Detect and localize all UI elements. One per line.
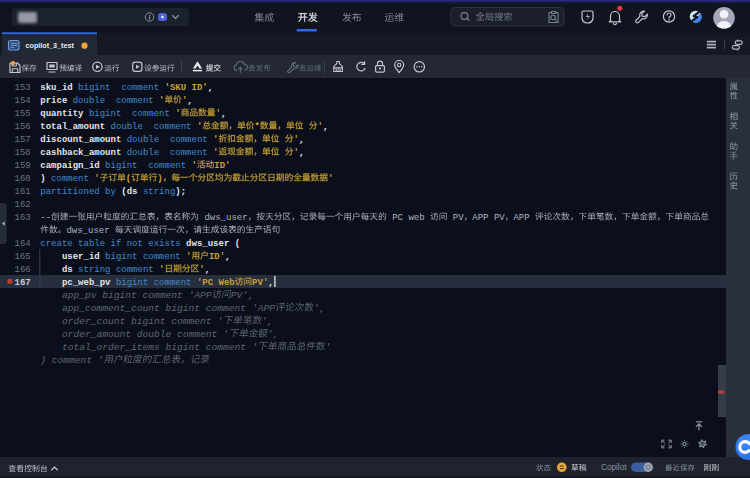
svg-text:(: ( bbox=[126, 174, 131, 184]
svg-text:double comment: double comment bbox=[127, 135, 213, 145]
svg-text:pc_web_pv: pc_web_pv bbox=[62, 278, 116, 288]
svg-text:158: 158 bbox=[15, 148, 31, 158]
svg-text:total_amount: total_amount bbox=[40, 122, 110, 132]
svg-text:dws_user: dws_user bbox=[199, 213, 248, 223]
svg-text:PC web: PC web bbox=[387, 213, 430, 223]
svg-text:dws_user: dws_user bbox=[66, 226, 115, 236]
svg-text:APP PV: APP PV bbox=[472, 213, 505, 223]
svg-text:app_comment_count bigint comme: app_comment_count bigint comment 'APP bbox=[62, 303, 275, 314]
svg-text:PV': PV' bbox=[252, 278, 268, 288]
svg-text:',: ', bbox=[262, 316, 274, 327]
svg-text:167: 167 bbox=[15, 278, 31, 288]
svg-text:': ' bbox=[197, 122, 202, 132]
svg-text:,: , bbox=[323, 122, 328, 132]
svg-text:copilot_3_test: copilot_3_test bbox=[26, 41, 75, 50]
svg-text:,: , bbox=[221, 109, 226, 119]
svg-text:': ' bbox=[175, 109, 180, 119]
svg-text:'SKU ID': 'SKU ID' bbox=[165, 83, 208, 93]
svg-text:bigint comment: bigint comment bbox=[78, 83, 164, 93]
svg-text:163: 163 bbox=[15, 213, 31, 223]
svg-text:create table if not exists: create table if not exists bbox=[40, 239, 186, 249]
svg-text:,: , bbox=[225, 252, 230, 262]
svg-text:165: 165 bbox=[15, 252, 31, 262]
svg-text:PV: PV bbox=[447, 213, 464, 223]
svg-text:bigint comment: bigint comment bbox=[89, 109, 175, 119]
svg-text:comment: comment bbox=[51, 174, 94, 184]
svg-text:',: ', bbox=[267, 329, 279, 340]
svg-text:order_count bigint comment ': order_count bigint comment ' bbox=[62, 316, 223, 327]
svg-text:ds: ds bbox=[127, 187, 143, 197]
svg-text:double comment: double comment bbox=[127, 148, 213, 158]
svg-text:156: 156 bbox=[15, 122, 31, 132]
svg-text:160: 160 bbox=[15, 174, 31, 184]
svg-text:': ' bbox=[328, 174, 333, 184]
svg-text:campaign_id: campaign_id bbox=[40, 161, 105, 171]
svg-text:cashback_amount: cashback_amount bbox=[40, 148, 126, 158]
svg-text:string comment: string comment bbox=[78, 265, 159, 275]
svg-text:ID': ID' bbox=[209, 252, 225, 262]
svg-text:): ) bbox=[40, 174, 51, 184]
svg-text:total_order_items bigint comme: total_order_items bigint comment ' bbox=[62, 342, 258, 353]
svg-text:166: 166 bbox=[15, 265, 31, 275]
svg-text:quantity: quantity bbox=[40, 109, 89, 119]
svg-text:153: 153 bbox=[15, 83, 31, 93]
svg-text:': ' bbox=[186, 252, 191, 262]
svg-text:,: , bbox=[187, 96, 192, 106]
svg-text:discount_amount: discount_amount bbox=[40, 135, 126, 145]
svg-text:161: 161 bbox=[15, 187, 31, 197]
svg-text:ID': ID' bbox=[214, 161, 230, 171]
svg-text:PV',: PV', bbox=[231, 290, 254, 301]
svg-text:APP: APP bbox=[513, 213, 535, 223]
svg-text:double comment: double comment bbox=[73, 96, 159, 106]
svg-text:double comment: double comment bbox=[111, 122, 197, 132]
svg-text:price: price bbox=[40, 96, 72, 106]
svg-text:,: , bbox=[299, 135, 304, 145]
svg-text:162: 162 bbox=[15, 200, 31, 210]
svg-text:dws_user: dws_user bbox=[186, 239, 235, 249]
svg-text:': ' bbox=[159, 265, 164, 275]
svg-text:partitioned by: partitioned by bbox=[40, 187, 121, 197]
svg-text:,: , bbox=[208, 83, 213, 93]
svg-text:*: * bbox=[255, 122, 260, 132]
svg-text:': ' bbox=[213, 135, 218, 145]
svg-text:app_pv bigint comment 'APP: app_pv bigint comment 'APP bbox=[62, 290, 212, 301]
svg-text:,: , bbox=[299, 148, 304, 158]
svg-text:order_amount double comment ': order_amount double comment ' bbox=[62, 329, 229, 340]
svg-text:154: 154 bbox=[15, 96, 31, 106]
svg-text:',: ', bbox=[313, 303, 325, 314]
svg-text:,: , bbox=[205, 265, 210, 275]
svg-text:159: 159 bbox=[15, 161, 31, 171]
svg-text:Copilot: Copilot bbox=[601, 463, 627, 472]
svg-text:164: 164 bbox=[15, 239, 31, 249]
svg-text:': ' bbox=[94, 174, 99, 184]
svg-text:bigint comment: bigint comment bbox=[105, 161, 191, 171]
svg-text:sku_id: sku_id bbox=[40, 83, 78, 93]
svg-text:157: 157 bbox=[15, 135, 31, 145]
svg-text:string: string bbox=[143, 187, 175, 197]
svg-text:--: -- bbox=[40, 213, 51, 223]
svg-text:'PC Web: 'PC Web bbox=[197, 278, 235, 288]
svg-text:) comment ': ) comment ' bbox=[40, 355, 103, 366]
svg-text:': ' bbox=[159, 96, 164, 106]
svg-text:': ' bbox=[213, 148, 218, 158]
svg-text:,: , bbox=[268, 278, 273, 288]
svg-text:ds: ds bbox=[62, 265, 78, 275]
svg-text:': ' bbox=[192, 161, 197, 171]
svg-text:bigint comment: bigint comment bbox=[116, 278, 197, 288]
svg-text:bigint comment: bigint comment bbox=[105, 252, 186, 262]
svg-text:155: 155 bbox=[15, 109, 31, 119]
svg-text:);: ); bbox=[175, 187, 186, 197]
svg-text:(: ( bbox=[235, 239, 240, 249]
svg-text:': ' bbox=[325, 342, 331, 353]
svg-text:user_id: user_id bbox=[62, 252, 105, 262]
svg-text:): ) bbox=[157, 174, 162, 184]
